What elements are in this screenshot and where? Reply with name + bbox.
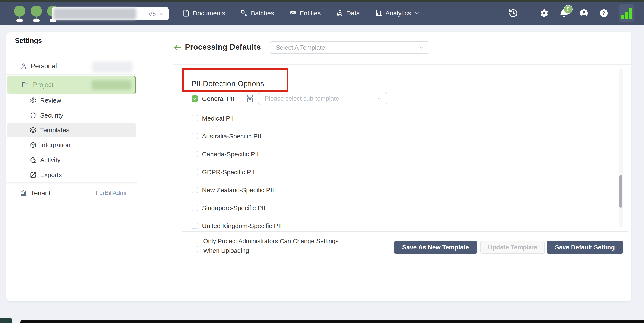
sidebar-item-project[interactable]: Project — [7, 76, 136, 94]
logo-tree-icon — [30, 5, 43, 22]
nav-item-data[interactable]: Data — [336, 9, 360, 17]
template-select-placeholder: Select A Template — [276, 44, 325, 51]
checkbox-canada-pii[interactable] — [192, 151, 198, 157]
logo-tree-icon — [14, 5, 26, 22]
activity-chart-icon — [30, 157, 36, 163]
layers-icon — [30, 127, 36, 133]
sidebar-item-exports[interactable]: Exports — [30, 169, 62, 181]
arrow-left-icon — [174, 43, 182, 52]
export-icon — [30, 172, 36, 178]
pii-option-label: Medical PII — [202, 115, 234, 122]
checkbox-singapore-pii[interactable] — [192, 205, 198, 211]
nav-item-analytics[interactable]: Analytics — [375, 9, 420, 17]
chevron-down-icon — [418, 44, 424, 50]
page-title: Processing Defaults — [185, 43, 261, 52]
sidebar-item-label: Activity — [40, 156, 60, 164]
checkbox-medical-pii[interactable] — [192, 115, 198, 121]
user-avatar-icon[interactable] — [579, 8, 588, 18]
sidebar-separator — [6, 182, 137, 183]
template-select[interactable]: Select A Template — [270, 41, 430, 54]
sidebar-item-security[interactable]: Security — [30, 109, 63, 122]
pii-option-label: General PII — [202, 95, 234, 102]
checkbox-gdpr-pii[interactable] — [192, 169, 198, 175]
checkbox-australia-pii[interactable] — [192, 133, 198, 139]
checkbox-general-pii[interactable] — [192, 95, 198, 102]
person-icon — [20, 63, 27, 69]
sidebar-title: Settings — [15, 37, 42, 44]
insights-chart-button[interactable] — [619, 4, 634, 22]
notification-badge: 5 — [564, 5, 573, 14]
version-label: V5 — [148, 10, 156, 17]
pii-option-label: New Zealand-Specific PII — [202, 186, 274, 194]
chart-bar-icon — [621, 15, 624, 19]
check-icon — [192, 96, 197, 101]
back-button[interactable] — [174, 43, 182, 53]
sidebar-item-label: Templates — [40, 126, 70, 134]
sliders-icon — [246, 94, 254, 103]
chevron-down-icon — [376, 96, 382, 102]
sidebar-item-label: Review — [40, 97, 61, 104]
help-icon[interactable]: ? — [599, 8, 608, 18]
sidebar-item-review[interactable]: Review — [30, 94, 61, 107]
pii-option-label: Canada-Specific PII — [202, 151, 258, 158]
checkbox-united-kingdom-pii[interactable] — [192, 223, 198, 229]
admin-checkbox-label: Only Project Administrators Can Change S… — [203, 236, 338, 256]
document-icon — [182, 9, 190, 17]
gear-icon — [30, 97, 36, 104]
chevron-down-icon — [414, 10, 420, 16]
svg-text:?: ? — [602, 10, 605, 16]
sidebar-item-label: Project — [33, 81, 54, 89]
sidebar-item-label: Security — [40, 112, 63, 119]
main-navigation: Documents Batches Entities Data Analytic… — [182, 2, 420, 24]
redacted-text — [92, 61, 132, 72]
sidebar-item-personal[interactable]: Personal — [20, 60, 57, 72]
sidebar-item-integration[interactable]: Integration — [30, 139, 70, 151]
tenant-value: ForBillAdmin — [72, 189, 130, 196]
notifications[interactable]: 5 — [560, 9, 568, 18]
bank-icon — [20, 190, 27, 197]
scrollbar-thumb[interactable] — [619, 175, 622, 208]
redacted-project-name — [54, 8, 136, 20]
desktop-wallpaper-edge — [0, 318, 12, 323]
sidebar-item-tenant[interactable]: Tenant — [20, 187, 50, 200]
sidebar-item-label: Exports — [40, 171, 62, 179]
chart-bar-icon — [629, 8, 632, 19]
save-default-setting-button[interactable]: Save Default Setting — [547, 241, 623, 254]
navbar-utilities: 5 ? — [508, 2, 634, 24]
project-selector[interactable]: V5 — [52, 7, 169, 20]
nav-item-documents[interactable]: Documents — [182, 9, 225, 17]
sidebar-item-label: Tenant — [31, 189, 50, 197]
sidebar-item-label: Personal — [31, 62, 57, 70]
gear-icon[interactable] — [540, 9, 549, 18]
admin-label-line2: When Uploading. — [203, 246, 338, 256]
pii-option-label: United Kingdom-Specific PII — [202, 222, 282, 230]
sidebar-item-templates[interactable]: Templates — [30, 124, 70, 137]
save-as-new-template-button[interactable]: Save As New Template — [394, 241, 477, 254]
navbar-divider — [529, 6, 529, 20]
nav-item-label: Analytics — [386, 9, 411, 17]
nav-item-label: Data — [346, 9, 360, 17]
chevron-down-icon — [158, 11, 164, 17]
sidebar-divider — [137, 31, 137, 301]
sidebar-item-activity[interactable]: Activity — [30, 154, 60, 166]
analytics-icon — [375, 9, 382, 17]
admin-label-line1: Only Project Administrators Can Change S… — [203, 236, 338, 246]
checkbox-admin-only[interactable] — [192, 246, 198, 252]
nav-item-label: Batches — [251, 9, 274, 17]
sliders-filter-icon[interactable] — [246, 94, 254, 104]
nav-item-entities[interactable]: Entities — [289, 9, 320, 17]
app-root: V5 Documents Batches Entities Data — [0, 0, 644, 323]
annotation-red-box — [182, 68, 288, 91]
window-top-edge — [0, 0, 644, 2]
footer-divider — [182, 231, 628, 232]
sidebar-item-label: Integration — [40, 141, 70, 149]
nav-item-batches[interactable]: Batches — [241, 9, 274, 17]
nav-item-label: Entities — [300, 9, 320, 17]
checkbox-new-zealand-pii[interactable] — [192, 187, 198, 193]
pii-option-label: Singapore-Specific PII — [202, 204, 266, 212]
redacted-text — [92, 80, 131, 90]
subtemplate-select[interactable]: Please select sub-template — [258, 92, 387, 105]
history-clock-icon[interactable] — [508, 8, 518, 18]
update-template-button[interactable]: Update Template — [480, 241, 545, 254]
batches-icon — [241, 9, 248, 17]
